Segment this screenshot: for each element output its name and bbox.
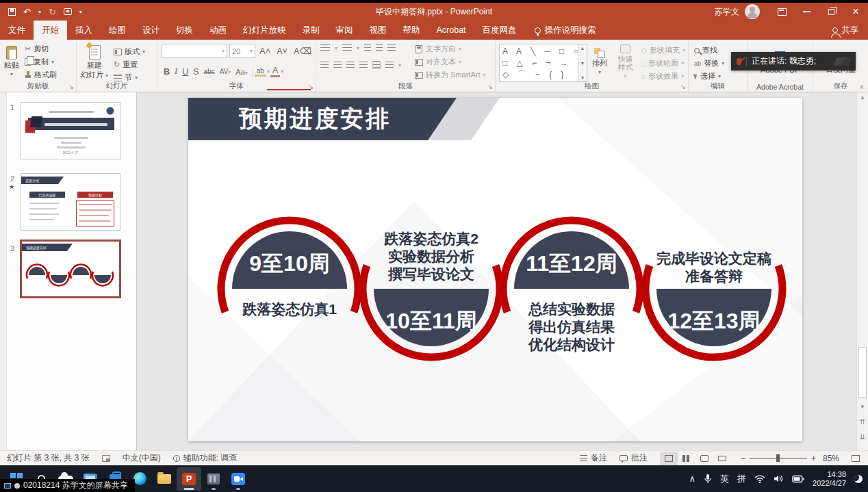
close-button[interactable]: × [843,3,868,21]
align-center-icon[interactable] [333,62,342,68]
new-slide-button[interactable]: 新建 幻灯片 ▾ [78,42,111,82]
node4-description[interactable]: 完成毕设论文定稿 准备答辩 [632,250,796,285]
scrollbar-thumb[interactable] [858,347,867,398]
columns-icon[interactable] [385,62,394,68]
bullets-icon[interactable] [320,44,330,51]
tab-review[interactable]: 审阅 [328,21,361,40]
find-button[interactable]: 查找 [693,44,726,57]
strikethrough-button[interactable]: abc [202,68,217,75]
paragraph-dialog-launcher-icon[interactable]: ↘ [487,83,493,90]
shape-fill-button[interactable]: ◇形状填充▾ [640,44,687,57]
text-highlight-button[interactable]: ab [255,67,266,77]
italic-button[interactable]: I [173,66,179,77]
tab-home[interactable]: 开始 [34,21,67,40]
avatar[interactable] [745,4,760,19]
zoom-slider-thumb[interactable] [776,454,780,462]
tab-draw[interactable]: 绘图 [101,21,134,40]
week-label-1[interactable]: 9至10周 [249,251,329,276]
decrease-font-size-button[interactable]: A˅ [275,47,290,56]
quick-styles-button[interactable]: 快速样式 ▾ [612,42,638,82]
undo-icon[interactable]: ↶ [23,7,31,17]
ime-pinyin-indicator[interactable]: 拼 [737,473,746,485]
zoom-out-button[interactable]: − [741,454,745,463]
tab-design[interactable]: 设计 [134,21,168,40]
convert-smartart-button[interactable]: 转换为 SmartArt▾ [413,68,487,81]
clipboard-dialog-launcher-icon[interactable]: ↘ [68,83,74,90]
font-name-combobox[interactable]: ▾ [162,44,227,58]
numbering-icon[interactable] [342,44,352,51]
gallery-scroll-up-icon[interactable]: ▲ [580,46,585,51]
tab-transition[interactable]: 切换 [168,21,201,40]
node2-description[interactable]: 跌落姿态仿真2 实验数据分析 撰写毕设论文 [363,230,500,283]
tell-me-search[interactable]: 操作说明搜索 [535,21,596,40]
next-slide-icon[interactable]: ⇊ [857,432,868,441]
minimize-button[interactable] [794,3,819,21]
clear-formatting-button[interactable]: A⌫ [292,46,314,56]
week-label-2[interactable]: 10至11周 [385,309,476,333]
character-spacing-button[interactable]: AV▾ [218,68,233,75]
theme-status-button[interactable] [102,455,110,462]
font-size-combobox[interactable]: 20▾ [229,44,255,58]
share-button[interactable]: 共享 [823,21,868,40]
vertical-scrollbar[interactable]: ▲ ▼ ⇈ ⇊ [856,92,868,450]
tab-record[interactable]: 录制 [294,21,328,40]
node1-description[interactable]: 跌落姿态仿真1 [221,300,358,318]
microphone-icon[interactable] [704,474,712,484]
reset-button[interactable]: ↻重置 [112,58,146,71]
account-name[interactable]: 苏学文 [715,6,739,18]
decrease-indent-icon[interactable] [364,44,371,51]
thumbnail-slide-2[interactable]: 进度介绍 已完成进度 预期目标 [21,173,120,231]
paste-button[interactable]: 粘贴 ▾ [1,42,22,82]
slide-3-canvas[interactable]: 预期进度安排 9至10周 10至11周 11至12周 12至13周 跌落姿态仿真… [188,98,802,441]
drawing-dialog-launcher-icon[interactable]: ↘ [680,83,686,90]
scroll-down-icon[interactable]: ▼ [857,402,868,411]
previous-slide-icon[interactable]: ⇈ [857,417,868,426]
powerpoint-taskbar-button[interactable]: P [177,467,201,491]
underline-button[interactable]: U [180,67,190,77]
cut-button[interactable]: ✂剪切 [23,42,58,55]
undo-caret-icon[interactable]: ▾ [38,9,41,15]
file-explorer-button[interactable] [152,467,177,491]
view-normal-button[interactable] [660,452,678,465]
shape-outline-button[interactable]: □形状轮廓▾ [640,57,687,70]
wifi-icon[interactable] [754,475,765,483]
ribbon-display-options-button[interactable] [769,3,794,21]
view-slideshow-button[interactable] [713,452,731,465]
replace-button[interactable]: ab替换▾ [693,57,726,70]
pane-scrollbar[interactable] [0,92,7,450]
tab-slideshow[interactable]: 幻灯片放映 [235,21,294,40]
tab-help[interactable]: 帮助 [395,21,429,40]
restore-button[interactable] [819,3,843,21]
justify-icon[interactable] [359,62,368,68]
week-label-4[interactable]: 12至13周 [667,309,760,333]
save-icon[interactable] [8,8,16,16]
text-direction-button[interactable]: 文字方向▾ [413,42,487,55]
tab-acrobat[interactable]: Acrobat [429,21,474,40]
zoom-slider[interactable] [750,458,807,459]
tray-overflow-chevron-icon[interactable]: ∧ [689,474,696,484]
accessibility-status-button[interactable]: 辅助功能: 调查 [173,452,238,464]
gallery-scroll-down-icon[interactable]: ▼ [580,61,585,66]
change-case-button[interactable]: Aa▾ [233,68,249,76]
language-status-button[interactable]: 中文(中国) [123,452,161,464]
node3-description[interactable]: 总结实验数据 得出仿真结果 优化结构设计 [503,300,640,354]
shape-gallery-scrollbar[interactable]: ▲ ▼ ▼ [578,44,587,82]
clock[interactable]: 14:38 2022/4/27 [813,470,846,488]
touch-mode-icon[interactable] [64,8,72,15]
align-right-icon[interactable] [346,62,355,68]
font-dialog-launcher-icon[interactable]: ↘ [308,83,314,90]
speaker-icon[interactable] [774,474,784,483]
distributed-icon[interactable] [372,61,381,69]
week-label-3[interactable]: 11至12周 [526,251,617,276]
notes-button[interactable]: 备注 [580,452,607,464]
zoom-in-button[interactable]: + [811,454,816,463]
running-app-button[interactable] [201,467,226,491]
view-reading-button[interactable] [695,452,713,465]
view-slide-sorter-button[interactable] [678,452,695,465]
scroll-up-icon[interactable]: ▲ [857,92,868,102]
increase-indent-icon[interactable] [376,44,383,51]
shadow-button[interactable]: S [191,67,201,77]
layout-button[interactable]: 版式▾ [112,45,146,58]
line-spacing-icon[interactable] [387,44,396,51]
tab-view[interactable]: 视图 [361,21,395,40]
